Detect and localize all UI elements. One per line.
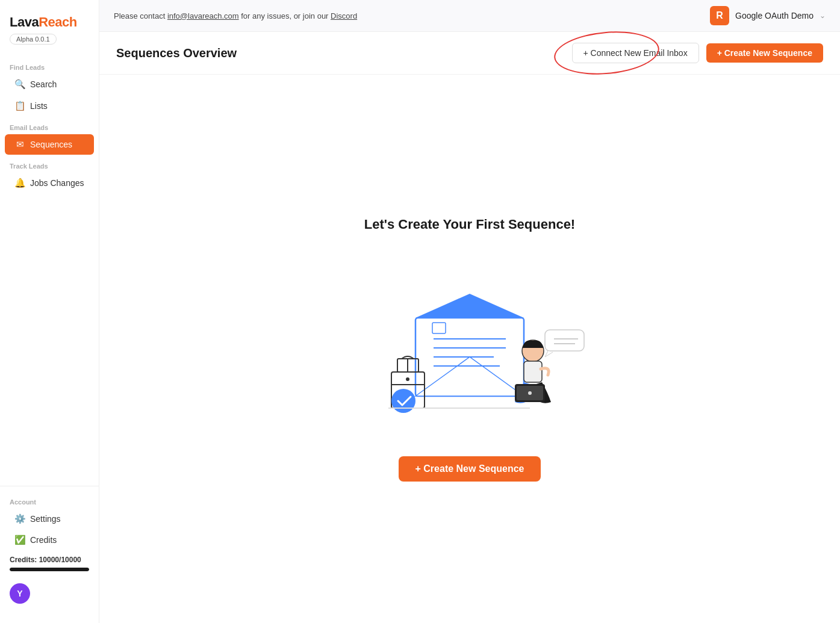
sidebar-item-lists[interactable]: 📋 Lists xyxy=(5,96,94,116)
page-header: Sequences Overview + Connect New Email I… xyxy=(99,32,840,75)
sidebar-item-settings[interactable]: ⚙️ Settings xyxy=(5,509,94,529)
settings-icon: ⚙️ xyxy=(14,513,25,524)
credits-bar-fill xyxy=(10,568,89,571)
banner-message: Please contact info@lavareach.com for an… xyxy=(114,11,357,20)
banner-email-link[interactable]: info@lavareach.com xyxy=(167,11,239,20)
sequences-icon: ✉ xyxy=(14,139,25,150)
credits-progress-bar xyxy=(10,568,89,571)
sidebar-bottom: Account ⚙️ Settings ✅ Credits Credits: 1… xyxy=(0,486,99,613)
logo: LavaReach xyxy=(10,14,89,30)
find-leads-section-label: Find Leads xyxy=(0,57,99,73)
illustration-area xyxy=(343,252,596,432)
main-content: Please contact info@lavareach.com for an… xyxy=(99,0,840,623)
create-sequence-header-button[interactable]: + Create New Sequence xyxy=(706,43,823,63)
account-section-label: Account xyxy=(0,491,99,508)
sidebar-item-search-label: Search xyxy=(30,79,57,89)
logo-lava: Lava xyxy=(10,14,39,29)
top-banner-right: R Google OAuth Demo ⌄ xyxy=(710,6,826,25)
empty-state-illustration xyxy=(343,252,596,432)
sidebar: LavaReach Alpha 0.0.1 Find Leads 🔍 Searc… xyxy=(0,0,99,623)
page-title: Sequences Overview xyxy=(116,46,237,60)
credits-icon: ✅ xyxy=(14,535,25,545)
sidebar-item-lists-label: Lists xyxy=(30,101,48,111)
version-badge: Alpha 0.0.1 xyxy=(10,34,57,45)
sidebar-item-credits-label: Credits xyxy=(30,535,57,545)
user-icon-box: R xyxy=(710,6,729,25)
logo-area: LavaReach Alpha 0.0.1 xyxy=(0,10,99,57)
user-icon-letter: R xyxy=(716,10,723,21)
connect-inbox-button[interactable]: + Connect New Email Inbox xyxy=(572,43,699,63)
create-sequence-cta-button[interactable]: + Create New Sequence xyxy=(399,456,541,482)
lists-icon: 📋 xyxy=(14,101,25,111)
svg-rect-9 xyxy=(391,384,425,385)
sidebar-item-search[interactable]: 🔍 Search xyxy=(5,74,94,95)
avatar[interactable]: Y xyxy=(10,583,30,604)
email-leads-section-label: Email Leads xyxy=(0,117,99,134)
sidebar-item-settings-label: Settings xyxy=(30,514,61,524)
header-actions: + Connect New Email Inbox + Create New S… xyxy=(572,43,824,63)
track-leads-section-label: Track Leads xyxy=(0,155,99,172)
sidebar-item-credits[interactable]: ✅ Credits xyxy=(5,530,94,550)
svg-rect-22 xyxy=(545,330,584,351)
user-name: Google OAuth Demo xyxy=(735,11,814,20)
sidebar-item-jobs-changes-label: Jobs Changes xyxy=(30,178,84,188)
svg-point-14 xyxy=(391,389,415,413)
svg-point-10 xyxy=(406,377,409,381)
sidebar-item-jobs-changes[interactable]: 🔔 Jobs Changes xyxy=(5,173,94,193)
svg-point-21 xyxy=(528,391,532,395)
jobs-changes-icon: 🔔 xyxy=(14,178,25,188)
empty-state-title: Let's Create Your First Sequence! xyxy=(364,217,575,232)
credits-count-label: Credits: 10000/10000 xyxy=(10,556,89,564)
svg-rect-18 xyxy=(524,361,542,382)
sidebar-item-sequences-label: Sequences xyxy=(30,140,72,149)
svg-marker-1 xyxy=(415,294,524,318)
logo-reach: Reach xyxy=(39,14,77,29)
credits-bar-area: Credits: 10000/10000 xyxy=(0,551,99,578)
search-icon: 🔍 xyxy=(14,79,25,90)
top-banner: Please contact info@lavareach.com for an… xyxy=(99,0,840,32)
sidebar-item-sequences[interactable]: ✉ Sequences xyxy=(5,134,94,155)
banner-discord-link[interactable]: Discord xyxy=(331,11,357,20)
main-body: Let's Create Your First Sequence! xyxy=(99,75,840,623)
chevron-down-icon[interactable]: ⌄ xyxy=(820,11,826,20)
